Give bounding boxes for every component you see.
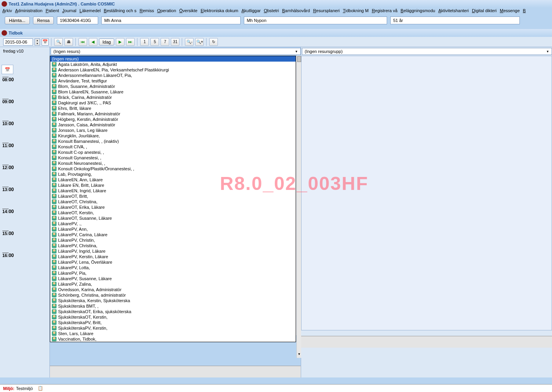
dropdown-option[interactable]: LäkarePV, Lotta,: [50, 265, 296, 270]
menu-item[interactable]: Elektroniska dokum: [200, 8, 239, 15]
dropdown-option[interactable]: Andersson LäkareEN, Pia, Verksamhetschef…: [50, 67, 296, 73]
zoom-out-icon[interactable]: 🔍-: [185, 38, 194, 46]
dropdown-option[interactable]: Konsult CIVA, ,: [50, 144, 296, 150]
menu-item[interactable]: Messenge: [499, 8, 521, 15]
dropdown-option[interactable]: Lab, Provtagning,: [50, 171, 296, 177]
fetch-button[interactable]: Hämta...: [5, 16, 30, 24]
dropdown-option[interactable]: LäkareOT, Erika, Läkare: [50, 204, 296, 210]
menu-item[interactable]: Patient: [45, 8, 60, 15]
today-button[interactable]: Idag: [99, 38, 114, 46]
dropdown-option[interactable]: LäkarePV, Ann,: [50, 226, 296, 232]
dropdown-option[interactable]: Anderssonmellannamn LäkareOT, Pia,: [50, 73, 296, 78]
dropdown-option[interactable]: Högberg, Kerstin, Administratör: [50, 117, 296, 122]
menu-item[interactable]: Operation: [156, 8, 177, 15]
dropdown-option[interactable]: Sjuksköterska BMT, ,: [50, 303, 296, 309]
menu-item[interactable]: Obstetri: [263, 8, 280, 15]
first-button[interactable]: ⏮: [79, 38, 87, 46]
view-5-button[interactable]: 5: [150, 38, 159, 46]
dropdown-option[interactable]: LäkarePV, Ingrid, Läkare: [50, 248, 296, 254]
dropdown-option[interactable]: Fallmark, Mariann, Administratör: [50, 111, 296, 117]
dropdown-option[interactable]: Bräck, Carina, Administratör: [50, 95, 296, 100]
menu-item[interactable]: Beställning och s: [103, 8, 137, 15]
dropdown-option-selected[interactable]: (Ingen resurs): [50, 56, 296, 62]
last-button[interactable]: ⏭: [126, 38, 135, 46]
resource-combo[interactable]: (Ingen resurs) ▼: [51, 48, 301, 55]
dropdown-option[interactable]: LäkarePV, Zalina,: [50, 281, 296, 287]
dropdown-option[interactable]: Sjuksköterska, Kerstin, Sjuksköterska: [50, 298, 296, 303]
view-31-button[interactable]: 31: [171, 38, 179, 46]
menu-item[interactable]: Journal: [61, 8, 77, 15]
menu-item[interactable]: B: [522, 8, 526, 15]
dropdown-option[interactable]: LäkareEN, Ann, Läkare: [50, 177, 296, 182]
next-button[interactable]: ▶: [116, 38, 124, 46]
dropdown-option[interactable]: LäkareEN, Ingrid, Läkare: [50, 188, 296, 193]
prev-button[interactable]: ◀: [89, 38, 97, 46]
dropdown-option[interactable]: SjuksköterskaOT, Erika, sjuksköterska: [50, 309, 296, 314]
clear-button[interactable]: Rensa: [33, 16, 54, 24]
dropdown-option[interactable]: LäkareOT, Christina,: [50, 199, 296, 204]
dropdown-option[interactable]: LäkareOT, Britt,: [50, 193, 296, 199]
dropdown-option[interactable]: Blom LäkareEN, Susanne, Läkare: [50, 89, 296, 95]
menu-item[interactable]: Remiss: [139, 8, 155, 15]
dropdown-option[interactable]: Jansson, Caisa, Administratör: [50, 122, 296, 128]
binoculars-icon[interactable]: 🔍: [54, 38, 63, 46]
menu-item[interactable]: Aktivitetshanteri: [437, 8, 470, 15]
dropdown-option[interactable]: LäkareOT, Susanne, Läkare: [50, 215, 296, 221]
dropdown-option[interactable]: LäkareOT, Kerstin,: [50, 210, 296, 215]
dropdown-option[interactable]: LäkarePV, Lena, Överläkare: [50, 259, 296, 265]
dropdown-option[interactable]: LäkarePV, Christin,: [50, 237, 296, 243]
dropdown-option[interactable]: Sten, Lars, Läkare: [50, 331, 296, 336]
date-spinner[interactable]: ▲▼: [35, 38, 40, 46]
dropdown-option[interactable]: LäkarePV, Christina,: [50, 243, 296, 248]
dropdown-option[interactable]: Konsult C-op anestesi, ,: [50, 150, 296, 155]
dropdown-option[interactable]: Ehrs, Britt, läkare: [50, 106, 296, 111]
dropdown-option[interactable]: Vaccination, Tidbok,: [50, 336, 296, 342]
dropdown-option[interactable]: Konsult Onkolog/Plastik/Öronanestesi, ,: [50, 166, 296, 171]
dropdown-option[interactable]: LäkarePV, Carina, Läkare: [50, 232, 296, 237]
dropdown-option[interactable]: SjuksköterskaOT, Kerstin,: [50, 314, 296, 320]
menu-item[interactable]: Registrera vå: [371, 8, 398, 15]
dropdown-option[interactable]: Schönberg, Christina, administratör: [50, 292, 296, 298]
resource-group-combo[interactable]: (Ingen resursgrupp) ▼: [302, 48, 552, 55]
menu-item[interactable]: Tidbokning M: [342, 8, 369, 15]
menu-item[interactable]: Arkiv: [2, 8, 13, 15]
mini-calendar-icon[interactable]: 📅: [2, 65, 13, 74]
menu-item[interactable]: Läkemedel: [79, 8, 102, 15]
dropdown-option[interactable]: LäkarePV, Susanne, Läkare: [50, 276, 296, 281]
view-1-button[interactable]: 1: [140, 38, 149, 46]
menu-item[interactable]: Digital dikteri: [471, 8, 497, 15]
date-field[interactable]: 2015-03-06: [3, 38, 33, 46]
menu-item[interactable]: Beläggningsmodu: [400, 8, 436, 15]
dropdown-option[interactable]: Agata Lakström, Anita, Adjunkt: [50, 62, 296, 67]
dropdown-option[interactable]: Ovredsson, Karina, Administratör: [50, 287, 296, 292]
menu-item[interactable]: Akutliggar: [241, 8, 261, 15]
dropdown-option[interactable]: Dagkirurgi avd 3/KC, ., PAS: [50, 100, 296, 106]
calendar-grid-right[interactable]: [301, 56, 552, 330]
dropdown-option[interactable]: SjuksköterskaPV, Britt,: [50, 320, 296, 325]
patient-id-field[interactable]: 19630404-410G: [57, 16, 98, 24]
calendar-icon[interactable]: 📅: [42, 38, 49, 46]
menu-item[interactable]: Barnhälsovård: [281, 8, 311, 15]
dropdown-option[interactable]: Konsult Neuroanestesi, ,: [50, 160, 296, 166]
dropdown-option[interactable]: SjuksköterskaPV, Kerstin,: [50, 325, 296, 331]
print-icon[interactable]: 🖶: [64, 38, 73, 46]
dropdown-option[interactable]: Jonsson, Lars, Leg läkare: [50, 128, 296, 133]
dropdown-option[interactable]: LäkarePV, Kerstin, Läkare: [50, 254, 296, 259]
menu-item[interactable]: Resursplaneri: [312, 8, 340, 15]
menu-item[interactable]: Översikte: [179, 8, 198, 15]
dropdown-option[interactable]: LäkarePV, .,: [50, 221, 296, 226]
patient-age-field[interactable]: 51 år: [390, 16, 520, 24]
scrollbar-thumb[interactable]: [297, 56, 301, 62]
dropdown-option[interactable]: LäkarePV, Pia,: [50, 270, 296, 276]
dropdown-option[interactable]: Användare, Test, testfigur: [50, 78, 296, 84]
dropdown-option[interactable]: Blom, Susanne, Administratör: [50, 84, 296, 89]
refresh-icon[interactable]: ↻: [209, 38, 218, 46]
zoom-in-icon[interactable]: 🔍+: [195, 38, 204, 46]
view-7-button[interactable]: 7: [161, 38, 169, 46]
dropdown-option[interactable]: Konsult Gynanestesi, ,: [50, 155, 296, 160]
dropdown-option[interactable]: Läkare EN, Britt, Läkare: [50, 182, 296, 188]
patient-firstname-field[interactable]: Mh Anna: [101, 16, 241, 24]
patient-lastname-field[interactable]: Mh Nypon: [244, 16, 387, 24]
menu-item[interactable]: Administration: [14, 8, 43, 15]
dropdown-option[interactable]: Konsult Barnanestesi, , (inaktiv): [50, 139, 296, 144]
